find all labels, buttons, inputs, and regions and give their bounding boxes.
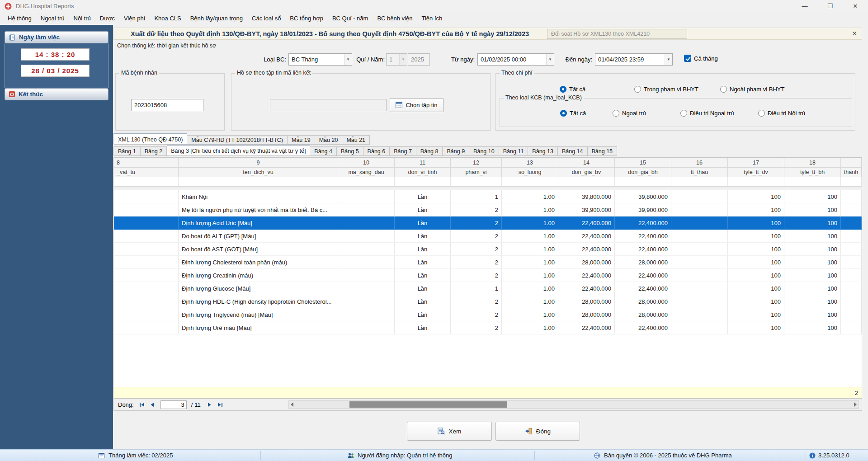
tab[interactable]: Bảng 4 — [310, 146, 337, 156]
menu-item[interactable]: BC tổng hợp — [285, 12, 328, 25]
column-header[interactable]: pham_vi — [451, 168, 502, 177]
tab[interactable]: Mẫu 20 — [315, 135, 343, 145]
tab[interactable]: Bảng 5 — [337, 146, 363, 156]
ma-benh-nhan-input[interactable] — [131, 99, 203, 111]
table-row[interactable]: Định lượng Urê máu [Máu]Lần21.0022,400.0… — [114, 321, 862, 334]
column-header[interactable]: don_vi_tinh — [395, 168, 451, 177]
filter-cell[interactable] — [395, 177, 451, 186]
tab[interactable]: Bảng 6 — [363, 146, 390, 156]
filter-cell[interactable] — [502, 177, 558, 186]
tab[interactable]: Bảng 10 — [469, 146, 499, 156]
tab[interactable]: Bảng 3 [Chi tiêu chi tiết dịch vụ kỹ thu… — [167, 145, 310, 156]
column-number[interactable]: 10 — [338, 158, 395, 167]
scrollbar-thumb[interactable] — [349, 401, 507, 408]
column-header[interactable]: _vat_tu — [114, 168, 179, 177]
column-number[interactable]: 8 — [114, 158, 179, 167]
scroll-right-icon[interactable] — [854, 402, 857, 407]
table-row[interactable]: Định lượng Acid Uric [Máu]Lần21.0022,400… — [114, 216, 862, 230]
menu-item[interactable]: Khoa CLS — [150, 12, 185, 25]
radio-option[interactable]: Trong phạm vi BHYT — [634, 86, 698, 93]
radio-option[interactable]: Điều trị Nội trú — [758, 110, 805, 117]
tab[interactable]: Bảng 7 — [390, 146, 416, 156]
table-row[interactable]: Định lượng Glucose [Máu]Lần11.0022,400.0… — [114, 282, 862, 295]
column-header[interactable]: tyle_tt_bh — [784, 168, 841, 177]
tab[interactable]: Bảng 15 — [588, 146, 618, 156]
menu-item[interactable]: Nội trú — [69, 12, 95, 25]
menu-item[interactable]: Tiện ích — [417, 12, 447, 25]
tab[interactable]: Bảng 9 — [443, 146, 469, 156]
filter-cell[interactable] — [615, 177, 671, 186]
table-row[interactable]: Khám NộiLần11.0039,800.00039,800.0001001… — [114, 190, 862, 203]
column-header[interactable]: thanh — [841, 168, 862, 177]
xem-button[interactable]: Xem — [407, 422, 492, 441]
last-row-button[interactable] — [216, 400, 224, 409]
tu-ngay-picker[interactable]: 01/02/2025 00:00 ▼ — [477, 53, 554, 66]
minimize-button[interactable]: — — [792, 0, 817, 12]
ca-thang-checkbox[interactable]: Cả tháng — [684, 55, 718, 62]
table-row[interactable]: Mẹ tôi là người phụ nữ tuyệt vời nhất mà… — [114, 203, 862, 216]
column-header[interactable]: so_luong — [502, 168, 558, 177]
menu-item[interactable]: Dược — [95, 12, 119, 25]
close-button[interactable]: ✕ — [843, 0, 868, 12]
tab-close-button[interactable]: ✕ — [852, 30, 857, 37]
column-header[interactable]: ten_dich_vu — [179, 168, 338, 177]
table-row[interactable]: Đo hoạt độ AST (GOT) [Máu]Lần21.0022,400… — [114, 243, 862, 256]
filter-cell[interactable] — [179, 177, 338, 186]
dong-button[interactable]: Đóng — [495, 422, 580, 441]
menu-item[interactable]: BC Quí - năm — [328, 12, 373, 25]
table-row[interactable]: Định lượng Cholesterol toàn phần (máu)Lầ… — [114, 256, 862, 269]
column-number[interactable] — [841, 158, 862, 167]
linked-file-input[interactable] — [270, 99, 387, 111]
column-number[interactable]: 18 — [784, 158, 841, 167]
column-number[interactable]: 9 — [179, 158, 338, 167]
menu-item[interactable]: Các loại sổ — [247, 12, 285, 25]
prev-row-button[interactable] — [148, 400, 157, 409]
tab[interactable]: Bảng 13 — [528, 146, 558, 156]
chon-tap-tin-button[interactable]: Chọn tập tin — [390, 98, 443, 112]
filter-cell[interactable] — [451, 177, 502, 186]
filter-cell[interactable] — [338, 177, 395, 186]
tab[interactable]: Bảng 2 — [141, 146, 167, 156]
menu-item[interactable]: Viện phí — [119, 12, 150, 25]
tab[interactable]: Bảng 11 — [499, 146, 528, 156]
column-header[interactable]: tyle_tt_dv — [728, 168, 784, 177]
tab[interactable]: XML 130 (Theo QĐ 4750) — [113, 133, 187, 145]
den-ngay-picker[interactable]: 01/04/2025 23:59 ▼ — [595, 53, 673, 66]
radio-option[interactable]: Điều trị Ngoại trú — [680, 110, 734, 117]
maximize-button[interactable]: ❐ — [817, 0, 843, 12]
column-number[interactable]: 12 — [451, 158, 502, 167]
filter-cell[interactable] — [728, 177, 784, 186]
menu-item[interactable]: Ngoại trú — [36, 12, 69, 25]
column-number[interactable]: 11 — [395, 158, 451, 167]
first-row-button[interactable] — [138, 400, 146, 409]
next-row-button[interactable] — [205, 400, 214, 409]
menu-item[interactable]: BC bệnh viện — [373, 12, 417, 25]
tab[interactable]: Bảng 14 — [558, 146, 588, 156]
radio-option[interactable]: Ngoài phạm vi BHYT — [720, 86, 784, 93]
filter-cell[interactable] — [784, 177, 841, 186]
filter-cell[interactable] — [841, 177, 862, 186]
table-row[interactable]: Định lượng HDL-C (High density lipoprote… — [114, 295, 862, 308]
column-number[interactable]: 13 — [502, 158, 558, 167]
column-header[interactable]: don_gia_bv — [558, 168, 615, 177]
current-row-input[interactable] — [160, 400, 187, 409]
radio-option[interactable]: Ngoại trú — [613, 110, 646, 117]
scroll-left-icon[interactable] — [291, 402, 293, 407]
loai-bc-combo[interactable]: BC Tháng ▼ — [288, 53, 352, 66]
filter-cell[interactable] — [114, 177, 179, 186]
column-number[interactable]: 17 — [728, 158, 784, 167]
table-row[interactable]: Đo hoạt độ ALT (GPT) [Máu]Lần21.0022,400… — [114, 230, 862, 243]
table-row[interactable]: Định lượng Creatinin (máu)Lần21.0022,400… — [114, 269, 862, 282]
end-session-button[interactable]: Kết thúc — [5, 88, 108, 100]
secondary-tab[interactable]: Đối soát Hồ sơ XML130 theo XML4210 — [547, 29, 687, 39]
horizontal-scrollbar[interactable] — [288, 400, 859, 409]
column-header[interactable]: tt_thau — [671, 168, 728, 177]
working-day-panel-header[interactable]: Ngày làm việc — [5, 31, 108, 43]
tab[interactable]: Mẫu C79-HD (TT 102/2018/TT-BTC) — [187, 135, 288, 145]
column-number[interactable]: 15 — [615, 158, 671, 167]
filter-cell[interactable] — [558, 177, 615, 186]
tab[interactable]: Mẫu 19 — [288, 135, 315, 145]
table-row[interactable]: Định lượng Triglycerid (máu) [Máu]Lần21.… — [114, 308, 862, 321]
tab[interactable]: Mẫu 21 — [342, 135, 370, 145]
radio-option[interactable]: Tất cả — [560, 110, 586, 117]
